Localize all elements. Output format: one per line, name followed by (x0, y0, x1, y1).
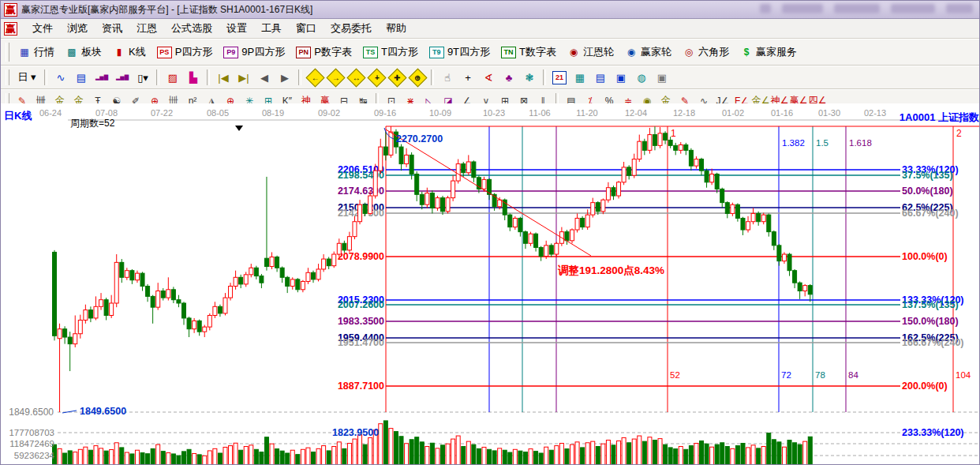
candle (68, 332, 72, 371)
candle (627, 165, 631, 179)
svg-text:66.67%(240): 66.67%(240) (902, 208, 959, 219)
calculator-tool[interactable]: ▦ (570, 69, 590, 87)
candle (534, 232, 538, 251)
period-day-dropdown[interactable]: 日 ▾ (13, 69, 41, 87)
menu-item-7[interactable]: 工具 (254, 21, 289, 36)
candle (793, 269, 797, 288)
menu-item-3[interactable]: 资讯 (95, 21, 129, 36)
candle (125, 268, 129, 279)
kline-chart-canvas[interactable]: 06-2407-0807-2208-0508-1909-0209-1610-09… (1, 103, 980, 465)
child-window-icon[interactable]: 赢 (4, 22, 17, 36)
candle-style-dropdown[interactable]: ▯▾ (133, 69, 153, 87)
web-export-tool[interactable]: ◍ (631, 69, 652, 87)
compare-chart-tool[interactable]: ∿ (50, 69, 71, 87)
volume-bar (705, 444, 709, 465)
volume-bar (451, 439, 455, 465)
volume-bar (601, 444, 605, 465)
t-square-button[interactable]: TST四方形 (357, 43, 424, 62)
quotes-button[interactable]: ▦行情 (13, 43, 60, 62)
volume-bar (539, 453, 543, 465)
measure-tool[interactable]: ∢ (478, 69, 499, 87)
volume-bar (223, 447, 227, 465)
candle (751, 208, 755, 225)
sectors-button[interactable]: ▩板块 (60, 43, 107, 62)
p-table-button[interactable]: PNP数字表 (290, 43, 357, 62)
crosshair-tool[interactable]: + (458, 69, 478, 87)
info-doc-tool[interactable]: ▤ (71, 69, 92, 87)
last-page-button[interactable]: ▶| (234, 69, 254, 87)
volume-bar (193, 453, 196, 465)
toolbar-grip[interactable] (6, 43, 9, 62)
candle (674, 143, 678, 155)
chart-area[interactable]: 06-2407-0807-2208-0508-1909-0209-1610-09… (1, 103, 980, 465)
tree-tool[interactable]: ♣ (499, 69, 519, 87)
hand-tool[interactable]: ☝ (437, 69, 458, 87)
candle (705, 169, 709, 188)
t-table-button[interactable]: TNT数字表 (496, 43, 562, 62)
quotes-button-label: 行情 (34, 45, 54, 59)
volume-bar (270, 444, 274, 465)
bars3-tool[interactable]: ▂▅▇ (92, 69, 112, 87)
toolbar-separator (44, 69, 47, 86)
svg-text:59236234: 59236234 (14, 451, 55, 460)
prev-page-button[interactable]: ◀ (254, 69, 275, 87)
zoom-all-button[interactable]: + (366, 69, 387, 87)
pattern-tool[interactable]: ▨ (163, 69, 183, 87)
workstation-tool[interactable]: ▣ (652, 69, 672, 87)
volume-bar (327, 451, 331, 465)
menu-item-4[interactable]: 江恩 (129, 21, 164, 36)
svg-text:11-06: 11-06 (529, 108, 550, 118)
9t-square-button-label: 9T四方形 (447, 45, 490, 59)
candle (720, 188, 724, 208)
candle (151, 295, 155, 324)
volume-bar (73, 452, 77, 465)
winner-service-button[interactable]: $赢家服务 (735, 43, 802, 62)
p-square-button[interactable]: PSP四方形 (151, 43, 219, 62)
menu-item-1[interactable]: 文件 (25, 21, 60, 36)
gann-wheel-button[interactable]: ◉江恩轮 (562, 43, 619, 62)
candle (570, 228, 574, 243)
menu-item-5[interactable]: 公式选股 (164, 21, 219, 36)
kline-button[interactable]: ▮K线 (107, 43, 151, 62)
smart-brain-tool[interactable]: ❃ (519, 69, 540, 87)
candle (523, 231, 527, 249)
9t-square-button[interactable]: T99T四方形 (424, 43, 496, 62)
volume-bar (306, 448, 310, 465)
volume-profile-tool[interactable]: ▙ (183, 69, 204, 87)
zoom-all-button-icon: + (367, 68, 386, 87)
menu-item-9[interactable]: 交易委托 (324, 21, 379, 36)
save-tool[interactable]: ▣ (611, 69, 631, 87)
calendar-tool[interactable]: 21 (549, 69, 570, 87)
candle (539, 246, 543, 261)
candle (529, 232, 533, 246)
scroll-left-button[interactable]: ← (305, 69, 325, 87)
volume-bar (353, 439, 357, 465)
candle (120, 259, 124, 283)
svg-text:2: 2 (956, 128, 962, 139)
volume-bar (523, 452, 527, 465)
zoom-out-button[interactable]: ⊕ (407, 69, 428, 87)
menu-item-8[interactable]: 窗口 (289, 21, 324, 36)
menu-item-6[interactable]: 设置 (219, 21, 254, 36)
hexagon-button[interactable]: ◎六角形 (677, 43, 735, 62)
volume-bar (503, 450, 507, 465)
volume-bar (260, 452, 264, 465)
toolbar-grip[interactable] (6, 69, 9, 86)
next-page-button[interactable]: ▶ (275, 69, 295, 87)
winner-wheel-button[interactable]: ◉赢家轮 (619, 43, 677, 62)
candle (415, 171, 419, 201)
bars9-tool[interactable]: ▂▅▇ (112, 69, 133, 87)
candle (161, 288, 165, 300)
first-page-button[interactable]: |◀ (213, 69, 234, 87)
volume-bar (187, 449, 191, 465)
volume-bar (286, 453, 290, 465)
zoom-horizontal-button[interactable]: ↔ (346, 69, 366, 87)
menu-item-10[interactable]: 帮助 (379, 21, 413, 36)
volume-bar (575, 442, 579, 465)
candle (280, 267, 284, 283)
zoom-in-button[interactable]: ✚ (387, 69, 407, 87)
notes-tool[interactable]: ▤ (590, 69, 611, 87)
menu-item-2[interactable]: 浏览 (60, 21, 95, 36)
scroll-right-button[interactable]: → (325, 69, 346, 87)
9p-square-button[interactable]: P99P四方形 (218, 43, 290, 62)
